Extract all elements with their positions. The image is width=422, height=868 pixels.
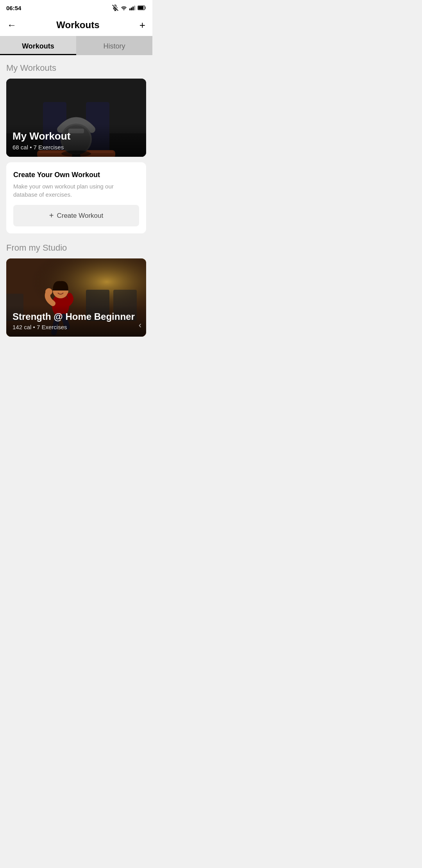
svg-rect-8 [138,6,144,9]
create-card-title: Create Your Own Workout [13,171,139,179]
svg-rect-4 [131,7,132,10]
back-button[interactable]: ← [7,20,16,30]
svg-point-30 [45,288,52,295]
studio-card-overlay: Strength @ Home Beginner 142 cal • 7 Exe… [6,305,146,337]
create-workout-button[interactable]: + Create Workout [13,205,139,226]
create-workout-card: Create Your Own Workout Make your own wo… [6,162,146,233]
add-button[interactable]: + [139,20,145,30]
status-bar: 06:54 [0,0,152,14]
mute-icon [112,5,118,11]
studio-card-title: Strength @ Home Beginner [13,311,140,322]
my-workouts-heading: My Workouts [6,63,146,73]
create-workout-label: Create Workout [57,212,103,220]
status-icons [112,5,146,11]
status-time: 06:54 [6,5,21,11]
studio-card-meta: 142 cal • 7 Exercises [13,324,140,330]
tab-workouts[interactable]: Workouts [0,36,76,55]
studio-card[interactable]: Strength @ Home Beginner 142 cal • 7 Exe… [6,258,146,337]
signal-icon [129,5,136,11]
svg-rect-6 [134,5,135,10]
content-area: My Workouts [0,55,152,344]
app-header: ← Workouts + [0,14,152,36]
create-card-desc: Make your own workout plan using our dat… [13,182,139,199]
workout-card[interactable]: My Workout 68 cal • 7 Exercises [6,79,146,157]
my-workouts-section: My Workouts [6,63,146,233]
wifi-icon [120,5,127,11]
svg-rect-5 [132,7,134,11]
battery-icon [138,5,146,10]
create-plus-icon: + [49,211,54,220]
tab-bar: Workouts History [0,36,152,55]
svg-rect-3 [129,9,131,11]
workout-card-overlay: My Workout 68 cal • 7 Exercises [6,124,146,157]
studio-arrow-button[interactable]: ‹ [139,320,141,330]
workout-card-meta: 68 cal • 7 Exercises [13,144,140,151]
tab-history[interactable]: History [76,36,152,55]
workout-card-title: My Workout [13,130,140,142]
studio-heading: From my Studio [6,243,146,253]
page-title: Workouts [56,20,99,30]
studio-section: From my Studio [6,243,146,337]
